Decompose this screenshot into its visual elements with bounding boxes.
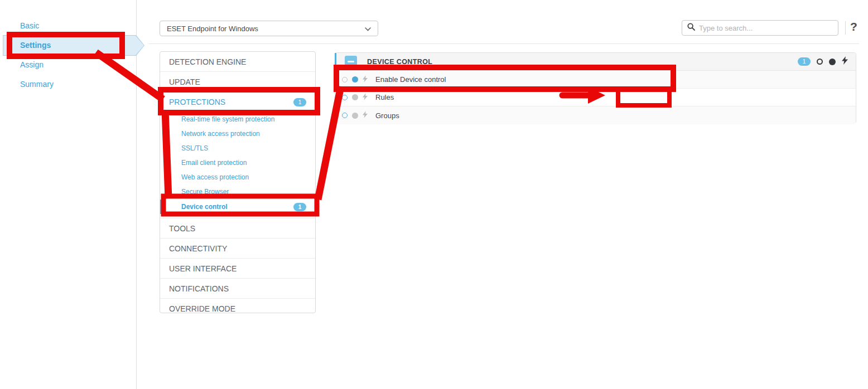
- minus-icon: [348, 61, 354, 62]
- nav-item-web-access-protection[interactable]: Web access protection: [160, 170, 315, 184]
- nav-item-protections[interactable]: PROTECTIONS 1: [160, 92, 315, 112]
- device-control-badge: 1: [293, 203, 306, 211]
- force-flag-icon[interactable]: [842, 56, 848, 67]
- nav-item-connectivity[interactable]: CONNECTIVITY: [160, 239, 315, 259]
- nav-item-device-control[interactable]: Device control 1: [160, 199, 315, 215]
- protections-badge: 1: [293, 98, 306, 106]
- collapse-section-button[interactable]: [345, 56, 357, 68]
- active-indicator-bar: [160, 200, 162, 214]
- nav-label: OVERRIDE MODE: [169, 304, 235, 313]
- radio-set-icon[interactable]: [829, 59, 836, 65]
- section-title: DEVICE CONTROL: [367, 58, 432, 66]
- search-icon: [687, 23, 695, 33]
- nav-item-tools[interactable]: TOOLS: [160, 218, 315, 239]
- nav-label: NOTIFICATIONS: [169, 284, 229, 293]
- device-control-header: DEVICE CONTROL 1: [335, 53, 856, 71]
- device-control-panel: DEVICE CONTROL 1 Enable Device control i: [335, 52, 856, 124]
- nav-item-ssl-tls[interactable]: SSL/TLS: [160, 141, 315, 155]
- nav-item-email-client-protection[interactable]: Email client protection: [160, 155, 315, 170]
- sidebar-item-settings-label: Settings: [20, 41, 51, 50]
- sidebar-item-settings[interactable]: Settings: [3, 35, 144, 56]
- setting-label: Enable Device control: [375, 75, 446, 84]
- setting-label: Groups: [375, 111, 399, 120]
- setting-label: Rules: [375, 93, 394, 101]
- search-input[interactable]: [699, 24, 833, 32]
- help-divider: [845, 21, 846, 35]
- setting-row-enable-device-control: Enable Device control i: [335, 71, 856, 89]
- applied-dot-icon[interactable]: [352, 94, 358, 100]
- force-flag-icon[interactable]: [363, 75, 368, 85]
- applied-dot-icon[interactable]: [352, 76, 358, 82]
- nav-item-realtime-protection[interactable]: Real-time file system protection: [160, 112, 315, 127]
- chevron-down-icon: [365, 25, 371, 33]
- apply-radio-icon[interactable]: [342, 95, 348, 100]
- radio-unset-icon[interactable]: [817, 59, 823, 65]
- product-selector-dropdown[interactable]: ESET Endpoint for Windows: [160, 21, 378, 36]
- settings-nav-panel: DETECTION ENGINE UPDATE PROTECTIONS 1 Re…: [160, 51, 316, 313]
- nav-label: USER INTERFACE: [169, 264, 237, 273]
- wizard-sidebar: Basic Settings Assign Summary: [0, 0, 137, 389]
- nav-item-override-mode[interactable]: OVERRIDE MODE: [160, 299, 315, 319]
- nav-item-detection-engine[interactable]: DETECTION ENGINE: [160, 52, 315, 72]
- nav-label: DETECTION ENGINE: [169, 57, 246, 66]
- section-badge: 1: [798, 57, 811, 66]
- nav-item-user-interface[interactable]: USER INTERFACE: [160, 259, 315, 279]
- nav-label: CONNECTIVITY: [169, 244, 227, 253]
- force-flag-icon[interactable]: [363, 110, 368, 120]
- search-box[interactable]: [682, 20, 838, 36]
- apply-radio-icon[interactable]: [342, 113, 348, 118]
- nav-label: UPDATE: [169, 77, 200, 86]
- nav-item-network-access-protection[interactable]: Network access protection: [160, 127, 315, 141]
- sidebar-item-summary[interactable]: Summary: [20, 80, 54, 89]
- setting-row-rules: Rules Edit i: [335, 89, 856, 106]
- help-button[interactable]: ?: [850, 20, 857, 33]
- nav-item-update[interactable]: UPDATE: [160, 72, 315, 92]
- force-flag-icon[interactable]: [363, 93, 368, 103]
- nav-item-secure-browser[interactable]: Secure Browser: [160, 184, 315, 199]
- sidebar-item-assign[interactable]: Assign: [20, 60, 44, 69]
- modified-section-indicator: [335, 53, 336, 88]
- nav-item-notifications[interactable]: NOTIFICATIONS: [160, 279, 315, 299]
- protections-subitems: Real-time file system protection Network…: [160, 112, 315, 218]
- toolbar-divider: [148, 43, 859, 44]
- apply-radio-icon[interactable]: [342, 77, 348, 82]
- applied-dot-icon[interactable]: [352, 113, 358, 119]
- nav-label: TOOLS: [169, 224, 195, 233]
- product-selector-value: ESET Endpoint for Windows: [167, 25, 258, 33]
- nav-label: Device control: [181, 203, 228, 211]
- sidebar-item-basic[interactable]: Basic: [20, 21, 39, 30]
- setting-row-groups: Groups Edit i: [335, 106, 856, 124]
- nav-label: PROTECTIONS: [169, 98, 225, 106]
